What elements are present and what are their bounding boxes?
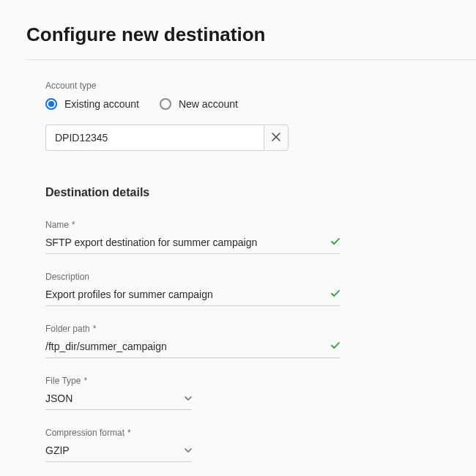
field-compression: Compression format * GZIP bbox=[45, 428, 192, 462]
destination-details-heading: Destination details bbox=[45, 186, 476, 199]
clear-account-button[interactable] bbox=[264, 124, 289, 151]
check-icon bbox=[331, 288, 340, 301]
field-name-label-row: Name * bbox=[45, 220, 340, 230]
field-description-label: Description bbox=[45, 272, 89, 282]
check-icon bbox=[331, 236, 340, 249]
required-asterisk-icon: * bbox=[93, 324, 97, 334]
required-asterisk-icon: * bbox=[83, 376, 87, 386]
radio-new-label: New account bbox=[179, 98, 238, 110]
field-folder-path-label-row: Folder path * bbox=[45, 324, 340, 334]
radio-existing-account[interactable]: Existing account bbox=[45, 98, 139, 110]
file-type-select[interactable]: JSON bbox=[45, 392, 192, 410]
compression-value: GZIP bbox=[45, 445, 70, 456]
field-description: Description bbox=[45, 272, 340, 306]
field-description-label-row: Description bbox=[45, 272, 340, 282]
field-name-label: Name bbox=[45, 220, 69, 230]
compression-select[interactable]: GZIP bbox=[45, 444, 192, 462]
required-asterisk-icon: * bbox=[72, 220, 75, 230]
name-input[interactable] bbox=[45, 237, 331, 248]
field-file-type: File Type * JSON bbox=[45, 376, 192, 410]
folder-path-input[interactable] bbox=[45, 341, 331, 352]
account-id-row bbox=[45, 124, 289, 151]
radio-existing-label: Existing account bbox=[64, 98, 139, 110]
account-type-label: Account type bbox=[45, 81, 476, 91]
field-folder-path: Folder path * bbox=[45, 324, 340, 358]
chevron-down-icon bbox=[185, 444, 192, 457]
radio-icon bbox=[160, 98, 171, 110]
field-name-input-row bbox=[45, 236, 340, 254]
configure-destination-page: Configure new destination Account type E… bbox=[0, 0, 476, 476]
page-title: Configure new destination bbox=[26, 23, 476, 46]
chevron-down-icon bbox=[185, 392, 192, 405]
title-divider bbox=[26, 59, 476, 60]
field-compression-label-row: Compression format * bbox=[45, 428, 192, 438]
account-id-input[interactable] bbox=[45, 124, 264, 151]
field-file-type-label: File Type bbox=[45, 376, 81, 386]
account-type-radio-group: Existing account New account bbox=[45, 98, 476, 110]
radio-icon bbox=[45, 98, 57, 110]
radio-new-account[interactable]: New account bbox=[160, 98, 238, 110]
field-folder-path-input-row bbox=[45, 340, 340, 358]
required-asterisk-icon: * bbox=[127, 428, 131, 438]
field-file-type-label-row: File Type * bbox=[45, 376, 192, 386]
field-folder-path-label: Folder path bbox=[45, 324, 90, 334]
field-compression-label: Compression format bbox=[45, 428, 124, 438]
description-input[interactable] bbox=[45, 289, 331, 300]
form-area: Account type Existing account New accoun… bbox=[26, 81, 476, 462]
close-icon bbox=[272, 131, 280, 144]
check-icon bbox=[331, 340, 340, 353]
field-description-input-row bbox=[45, 288, 340, 306]
field-name: Name * bbox=[45, 220, 340, 254]
file-type-value: JSON bbox=[45, 393, 72, 404]
